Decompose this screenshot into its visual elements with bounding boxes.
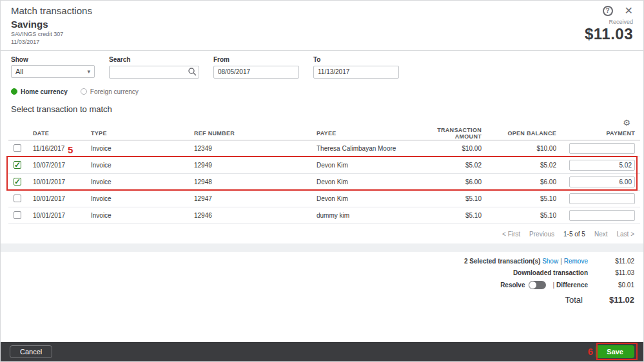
table-header-row: DATE TYPE REF NUMBER PAYEE TRANSACTION A…	[8, 127, 640, 140]
pagination-next[interactable]: Next	[594, 231, 608, 238]
cell-open-balance: $5.10	[487, 190, 561, 207]
column-header-open-balance[interactable]: OPEN BALANCE	[487, 127, 561, 140]
cell-transaction-amount: $5.02	[413, 157, 487, 173]
row-checkbox[interactable]	[14, 178, 21, 186]
column-header-ref-number[interactable]: REF NUMBER	[189, 127, 311, 140]
cell-open-balance: $10.00	[487, 140, 561, 157]
cell-open-balance: $5.10	[487, 207, 561, 224]
cell-type: Invoice	[86, 157, 189, 173]
show-link[interactable]: Show	[542, 258, 558, 265]
pagination-first[interactable]: < First	[502, 231, 520, 238]
cell-open-balance: $6.00	[487, 173, 561, 190]
radio-selected-icon	[11, 88, 17, 95]
table-row[interactable]: 10/01/2017 Invoice 12948 Devon Kim $6.00…	[8, 173, 640, 190]
selected-transactions-label: 2 Selected transaction(s)	[464, 258, 540, 265]
footer-bar: Cancel Save 6	[1, 342, 643, 361]
cell-type: Invoice	[86, 207, 189, 224]
close-icon[interactable]: ✕	[625, 6, 633, 16]
show-label: Show	[11, 56, 95, 63]
cell-ref-number: 12946	[189, 207, 311, 224]
account-date: 11/03/2017	[11, 39, 63, 45]
modal-header: Match transactions ? ✕	[1, 1, 643, 17]
table-row[interactable]: 10/01/2017 Invoice 12947 Devon Kim $5.10…	[8, 190, 640, 207]
foreign-currency-label: Foreign currency	[90, 88, 139, 95]
to-date-input[interactable]	[313, 66, 399, 79]
cell-ref-number: 12948	[189, 173, 311, 190]
cell-date: 10/01/2017	[28, 207, 86, 224]
save-button[interactable]: Save	[596, 345, 634, 358]
table-row[interactable]: 10/01/2017 Invoice 12946 dummy kim $5.10…	[8, 207, 640, 224]
received-label: Received	[585, 19, 633, 25]
cell-ref-number: 12349	[189, 140, 311, 157]
column-header-payment[interactable]: PAYMENT	[561, 127, 640, 140]
show-dropdown[interactable]: All ▾	[11, 65, 95, 78]
foreign-currency-radio[interactable]: Foreign currency	[81, 88, 139, 95]
annotation-step-5: 5	[68, 144, 73, 155]
search-icon[interactable]	[188, 67, 197, 76]
transactions-table: DATE TYPE REF NUMBER PAYEE TRANSACTION A…	[8, 127, 640, 224]
radio-unselected-icon	[81, 88, 87, 95]
cell-payee: dummy kim	[311, 207, 413, 224]
help-icon[interactable]: ?	[603, 6, 613, 16]
cell-ref-number: 12947	[189, 190, 311, 207]
account-subtitle: SAVINGS credit 307	[11, 31, 63, 37]
pagination: < First Previous 1-5 of 5 Next Last >	[1, 224, 643, 243]
payment-input[interactable]	[569, 176, 635, 187]
totals-summary: 2 Selected transaction(s) Show | Remove …	[1, 252, 643, 309]
home-currency-radio[interactable]: Home currency	[11, 88, 68, 95]
column-header-type[interactable]: TYPE	[86, 127, 189, 140]
chevron-down-icon: ▾	[87, 68, 90, 75]
section-divider-strip	[1, 243, 643, 252]
difference-amount: $0.01	[588, 281, 634, 289]
from-label: From	[213, 56, 299, 63]
account-name: Savings	[11, 19, 63, 30]
to-label: To	[313, 56, 399, 63]
toggle-separator: |	[552, 281, 554, 289]
row-checkbox[interactable]	[14, 195, 21, 202]
page-title: Match transactions	[11, 5, 92, 16]
pagination-previous[interactable]: Previous	[529, 231, 554, 238]
payment-input[interactable]	[569, 193, 635, 204]
cell-ref-number: 12949	[189, 157, 311, 173]
cell-type: Invoice	[86, 173, 189, 190]
search-input[interactable]	[109, 66, 199, 79]
table-row[interactable]: 11/16/2017 Invoice 12349 Theresa Calimba…	[8, 140, 640, 157]
annotation-step-6: 6	[588, 346, 593, 357]
home-currency-label: Home currency	[21, 88, 68, 95]
resolve-toggle[interactable]	[529, 281, 546, 289]
payment-input[interactable]	[569, 143, 635, 154]
cell-transaction-amount: $5.10	[413, 207, 487, 224]
difference-label: Difference	[556, 281, 588, 289]
resolve-label: Resolve	[500, 281, 525, 289]
match-transactions-dialog: Match transactions ? ✕ Savings SAVINGS c…	[0, 0, 644, 362]
show-dropdown-value: All	[15, 68, 23, 75]
from-date-input[interactable]	[213, 66, 299, 79]
payment-input[interactable]	[569, 160, 635, 171]
total-label: Total	[565, 295, 583, 305]
total-amount: $11.02	[583, 295, 634, 305]
selected-amount: $11.02	[588, 258, 634, 265]
column-header-payee[interactable]: PAYEE	[311, 127, 413, 140]
cell-open-balance: $5.02	[487, 157, 561, 173]
row-checkbox[interactable]	[14, 144, 21, 152]
cell-payee: Theresa Calimbayan Moore	[311, 140, 413, 157]
pagination-last[interactable]: Last >	[616, 231, 634, 238]
cell-type: Invoice	[86, 140, 189, 157]
cancel-button[interactable]: Cancel	[10, 345, 52, 358]
received-amount: $11.03	[585, 25, 633, 43]
cell-transaction-amount: $5.10	[413, 190, 487, 207]
column-header-transaction-amount[interactable]: TRANSACTION AMOUNT	[413, 127, 487, 140]
remove-link[interactable]: Remove	[564, 258, 588, 265]
row-checkbox[interactable]	[14, 161, 21, 169]
row-checkbox[interactable]	[14, 211, 21, 219]
column-header-date[interactable]: DATE	[28, 127, 86, 140]
table-row[interactable]: 10/07/2017 Invoice 12949 Devon Kim $5.02…	[8, 157, 640, 173]
payment-input[interactable]	[569, 210, 635, 221]
cell-type: Invoice	[86, 190, 189, 207]
filter-bar: Show All ▾ Search From To	[1, 51, 643, 81]
link-separator: |	[560, 258, 562, 265]
cell-date: 11/16/2017	[28, 140, 86, 157]
cell-payee: Devon Kim	[311, 190, 413, 207]
select-all-column	[8, 127, 28, 140]
gear-icon[interactable]: ⚙	[623, 118, 630, 128]
